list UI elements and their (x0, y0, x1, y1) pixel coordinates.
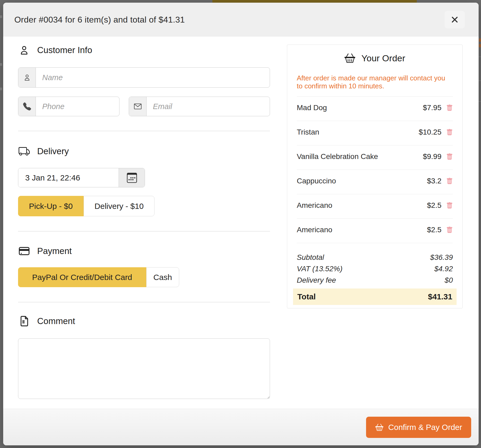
order-item: Tristan $10.25 (297, 121, 453, 145)
confirm-pay-button[interactable]: Confirm & Pay Order (366, 417, 471, 438)
remove-item-button[interactable] (446, 153, 453, 160)
phone-input-group (18, 97, 119, 116)
delivery-option-button[interactable]: Delivery - $10 (84, 196, 154, 216)
your-order-heading: Your Order (297, 52, 453, 64)
remove-item-button[interactable] (446, 104, 453, 111)
order-items-list: Mad Dog $7.95 Tristan $10.25 (297, 96, 453, 243)
paypal-card-option-button[interactable]: PayPal Or Credit/Debit Card (18, 267, 146, 287)
total-value: $41.31 (428, 292, 452, 301)
order-item: Mad Dog $7.95 (297, 96, 453, 121)
item-price: $2.5 (427, 226, 442, 234)
section-divider (18, 131, 270, 131)
trash-icon (446, 153, 453, 160)
modal-header: Order #0034 for 6 item(s) and total of $… (3, 3, 479, 37)
item-name: Americano (297, 226, 332, 234)
your-order-label: Your Order (361, 53, 405, 63)
order-total-row: Total $41.31 (293, 288, 457, 305)
comment-label: Comment (37, 316, 75, 326)
item-price: $9.99 (423, 152, 441, 161)
remove-item-button[interactable] (446, 178, 453, 185)
backdrop-glyph (479, 38, 481, 42)
section-divider (18, 231, 270, 232)
remove-item-button[interactable] (446, 129, 453, 136)
total-label: Total (297, 292, 316, 301)
item-name: Americano (297, 201, 332, 210)
summary-value: $4.92 (434, 263, 453, 274)
delivery-method-toggle: Pick-Up - $0 Delivery - $10 (18, 196, 270, 216)
comment-textarea[interactable] (18, 338, 270, 399)
comment-heading: Comment (18, 315, 270, 327)
payment-method-toggle: PayPal Or Credit/Debit Card Cash (18, 267, 270, 287)
person-icon (18, 68, 36, 87)
trash-icon (446, 202, 453, 209)
backdrop-line (479, 101, 481, 102)
summary-row: VAT (13.52%) $4.92 (297, 263, 453, 274)
customer-info-heading: Customer Info (18, 44, 270, 56)
item-name: Vanilla Celebration Cake (297, 152, 378, 161)
item-price: $3.2 (427, 177, 442, 185)
envelope-icon (129, 97, 147, 116)
delivery-datetime-group (18, 168, 145, 187)
customer-info-label: Customer Info (37, 45, 92, 55)
name-input[interactable] (36, 68, 270, 87)
backdrop-line (479, 57, 481, 57)
backdrop-glyph (0, 15, 2, 18)
pickup-option-button[interactable]: Pick-Up - $0 (18, 196, 84, 216)
summary-label: VAT (13.52%) (297, 263, 342, 274)
order-modal: Order #0034 for 6 item(s) and total of $… (3, 3, 479, 445)
delivery-heading: Delivery (18, 145, 270, 157)
trash-icon (446, 129, 453, 136)
delivery-datetime-input[interactable] (18, 168, 119, 187)
email-input[interactable] (147, 97, 270, 116)
cash-option-button[interactable]: Cash (146, 267, 179, 287)
backdrop-glyph (0, 88, 2, 90)
order-note: After order is made our manager will con… (297, 74, 453, 90)
order-item: Americano $2.5 (297, 218, 453, 243)
item-name: Cappuccino (297, 177, 336, 185)
document-icon (18, 316, 30, 327)
order-column: Your Order After order is made our manag… (287, 37, 463, 409)
delivery-label: Delivery (37, 146, 69, 156)
backdrop-top-strip (212, 0, 417, 3)
section-divider (18, 302, 270, 303)
summary-value: $36.39 (430, 252, 453, 263)
payment-heading: Payment (18, 245, 270, 257)
screen: Order #0034 for 6 item(s) and total of $… (0, 0, 481, 448)
close-icon (451, 16, 458, 23)
truck-icon (18, 146, 30, 157)
summary-label: Subtotal (297, 252, 324, 263)
calendar-picker-button[interactable] (119, 168, 145, 187)
checkout-form: Customer Info (18, 37, 270, 409)
confirm-pay-label: Confirm & Pay Order (388, 423, 462, 432)
name-input-group (18, 67, 270, 88)
basket-icon (344, 53, 355, 63)
calendar-icon (127, 173, 137, 183)
remove-item-button[interactable] (446, 202, 453, 209)
item-name: Mad Dog (297, 104, 327, 112)
summary-row: Delivery fee $0 (297, 274, 453, 286)
backdrop-glyph (479, 44, 481, 47)
email-input-group (129, 97, 270, 116)
backdrop-line (479, 80, 481, 81)
summary-value: $0 (445, 274, 453, 286)
summary-row: Subtotal $36.39 (297, 252, 453, 263)
trash-icon (446, 178, 453, 185)
item-name: Tristan (297, 128, 319, 136)
item-price: $7.95 (423, 104, 441, 112)
person-icon (18, 45, 30, 56)
item-price: $2.5 (427, 201, 442, 210)
remove-item-button[interactable] (446, 226, 453, 234)
modal-title: Order #0034 for 6 item(s) and total of $… (14, 15, 185, 25)
trash-icon (446, 104, 453, 111)
item-price: $10.25 (419, 128, 441, 136)
close-button[interactable] (445, 11, 465, 28)
your-order-panel: Your Order After order is made our manag… (287, 45, 463, 308)
contact-row (18, 97, 270, 116)
trash-icon (446, 226, 453, 234)
phone-input[interactable] (36, 97, 119, 116)
order-item: Cappuccino $3.2 (297, 170, 453, 194)
credit-card-icon (18, 245, 30, 257)
order-summary: Subtotal $36.39 VAT (13.52%) $4.92 Deliv… (297, 243, 453, 305)
order-item: Americano $2.5 (297, 194, 453, 218)
payment-label: Payment (37, 246, 72, 256)
